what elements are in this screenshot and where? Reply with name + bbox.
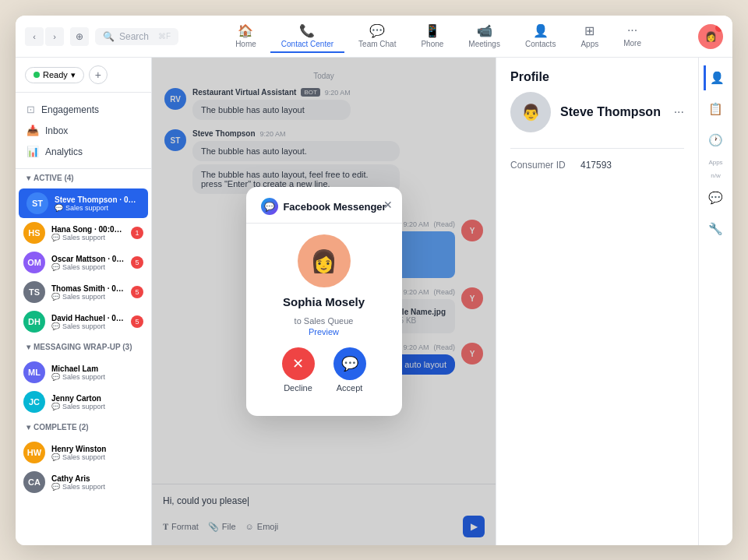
status-dot — [34, 72, 40, 78]
contact-thomas-smith[interactable]: TS Thomas Smith · 00:00:32 💬 Sales suppo… — [16, 277, 151, 307]
contact-name-oscar: Oscar Mattson · 00:00:20 — [51, 255, 125, 263]
user-avatar[interactable]: 👩 — [698, 24, 723, 49]
modal-contact-avatar: 👩 — [298, 234, 351, 287]
avatar-thomas: TS — [23, 281, 45, 303]
facebook-messenger-modal: 💬 Facebook Messenger ✕ 👩 Sophia Mosely t… — [246, 187, 402, 416]
modal-body: 👩 Sophia Mosely to Sales Queue Preview ✕… — [246, 224, 402, 400]
section-active[interactable]: ▾ ACTIVE (4) — [16, 169, 151, 187]
tab-more[interactable]: ··· More — [612, 20, 652, 52]
contact-michael-lam[interactable]: ML Michael Lam 💬 Sales support — [16, 357, 151, 387]
avatar-david: DH — [23, 311, 45, 333]
contact-oscar-mattson[interactable]: OM Oscar Mattson · 00:00:20 💬 Sales supp… — [16, 248, 151, 277]
nav-analytics[interactable]: 📊 Analytics — [16, 141, 151, 162]
contact-info-steve: Steve Thompson · 00:00:15 💬 Sales suppor… — [55, 195, 140, 212]
contact-sub-hana: 💬 Sales support — [51, 234, 125, 241]
tab-phone[interactable]: 📱 Phone — [410, 20, 454, 53]
inbox-icon: 📥 — [26, 125, 39, 136]
contact-name-steve: Steve Thompson · 00:00:15 — [55, 195, 140, 204]
right-icon-bar: 👤 📋 🕐 Apps n/w 💬 🔧 — [698, 58, 732, 545]
chat-icon-michael: 💬 — [51, 373, 60, 381]
contact-henry-winston[interactable]: HW Henry Winston 💬 Sales support — [16, 438, 151, 467]
home-icon: 🏠 — [238, 23, 253, 38]
contact-sub-thomas: 💬 Sales support — [51, 293, 125, 301]
top-bar: ‹ › ⊕ 🔍 Search ⌘F 🏠 Home 📞 Contact Cente… — [16, 16, 732, 58]
contact-hana-song[interactable]: HS Hana Song · 00:00:30 💬 Sales support … — [16, 218, 151, 248]
profile-menu-button[interactable]: ··· — [674, 105, 684, 119]
avatar-oscar: OM — [23, 252, 45, 273]
engagements-icon: ⊡ — [26, 104, 35, 115]
status-badge[interactable]: Ready ▾ — [25, 67, 84, 83]
left-sidebar: Ready ▾ + ⊡ Engagements 📥 Inbox 📊 Analyt… — [16, 58, 152, 545]
tab-team-chat[interactable]: 💬 Team Chat — [348, 20, 407, 53]
accept-label: Accept — [337, 383, 363, 393]
avatar-cathy: CA — [23, 471, 45, 493]
profile-card: 👨 Steve Thompson ··· — [496, 92, 698, 142]
analytics-icon: 📊 — [26, 146, 39, 157]
tab-contact-center-label: Contact Center — [281, 40, 333, 48]
add-button[interactable]: + — [89, 65, 108, 84]
contact-david-hachuel[interactable]: DH David Hachuel · 00:00:35 💬 Sales supp… — [16, 307, 151, 336]
sidebar-nav: ⊡ Engagements 📥 Inbox 📊 Analytics — [16, 93, 151, 169]
contact-center-icon: 📞 — [299, 23, 315, 38]
nav-engagements-label: Engagements — [41, 104, 99, 115]
section-complete-arrow: ▾ — [26, 423, 30, 431]
right-icon-chat[interactable]: 💬 — [704, 185, 729, 210]
tab-contact-center[interactable]: 📞 Contact Center — [270, 20, 344, 53]
section-wrap-up-label: MESSAGING WRAP-UP (3) — [34, 343, 132, 351]
chat-icon-oscar: 💬 — [51, 263, 60, 271]
team-chat-icon: 💬 — [369, 23, 385, 38]
search-icon: 🔍 — [103, 31, 115, 42]
contact-sub-cathy: 💬 Sales support — [51, 483, 143, 491]
decline-button[interactable]: ✕ Decline — [282, 347, 315, 393]
back-button[interactable]: ‹ — [25, 27, 44, 46]
right-icon-wrench[interactable]: 🔧 — [704, 217, 729, 241]
right-icon-clock[interactable]: 🕐 — [704, 128, 729, 153]
contact-info-michael: Michael Lam 💬 Sales support — [51, 365, 143, 381]
right-icon-notes[interactable]: 📋 — [704, 97, 729, 122]
search-bar[interactable]: 🔍 Search ⌘F — [95, 28, 178, 45]
status-label: Ready — [43, 70, 68, 79]
forward-button[interactable]: › — [45, 27, 64, 46]
nav-analytics-label: Analytics — [45, 146, 83, 157]
consumer-id-field: Consumer ID 417593 — [496, 155, 698, 175]
contact-info-oscar: Oscar Mattson · 00:00:20 💬 Sales support — [51, 255, 125, 271]
contact-name-david: David Hachuel · 00:00:35 — [51, 314, 125, 322]
avatar-jenny: JC — [23, 391, 45, 413]
contact-cathy-aris[interactable]: CA Cathy Aris 💬 Sales support — [16, 467, 151, 497]
contact-steve-thompson[interactable]: ST Steve Thompson · 00:00:15 💬 Sales sup… — [19, 188, 148, 218]
contacts-icon: 👤 — [533, 23, 549, 38]
contact-jenny-carton[interactable]: JC Jenny Carton 💬 Sales support — [16, 387, 151, 417]
profile-name: Steve Thompson — [560, 105, 661, 119]
nav-engagements[interactable]: ⊡ Engagements — [16, 99, 151, 120]
section-wrap-up[interactable]: ▾ MESSAGING WRAP-UP (3) — [16, 338, 151, 356]
chat-icon-david: 💬 — [51, 322, 60, 330]
profile-panel: Profile 👨 Steve Thompson ··· Consumer ID… — [496, 58, 698, 545]
avatar-hana: HS — [23, 222, 45, 244]
modal-close-button[interactable]: ✕ — [383, 199, 393, 211]
contact-info-cathy: Cathy Aris 💬 Sales support — [51, 474, 143, 491]
tab-apps[interactable]: ⊞ Apps — [570, 20, 609, 53]
contact-info-david: David Hachuel · 00:00:35 💬 Sales support — [51, 314, 125, 330]
consumer-id-value: 417593 — [580, 160, 612, 171]
chat-sub-icon: 💬 — [55, 204, 63, 212]
contact-info-thomas: Thomas Smith · 00:00:32 💬 Sales support — [51, 284, 125, 301]
nav-inbox[interactable]: 📥 Inbox — [16, 120, 151, 141]
contact-name-jenny: Jenny Carton — [51, 394, 143, 403]
section-complete[interactable]: ▾ COMPLETE (2) — [16, 418, 151, 436]
chat-icon-hana: 💬 — [51, 234, 60, 241]
right-icon-profile[interactable]: 👤 — [704, 65, 729, 90]
main-content: Ready ▾ + ⊡ Engagements 📥 Inbox 📊 Analyt… — [16, 58, 732, 545]
nav-arrows: ‹ › — [25, 27, 64, 46]
avatar-michael: ML — [23, 361, 45, 383]
apps-status: n/w — [711, 172, 720, 179]
tab-meetings[interactable]: 📹 Meetings — [457, 20, 511, 53]
contact-info-hana: Hana Song · 00:00:30 💬 Sales support — [51, 225, 125, 241]
meetings-icon: 📹 — [477, 23, 492, 38]
tab-home[interactable]: 🏠 Home — [224, 20, 267, 53]
modal-preview-link[interactable]: Preview — [259, 327, 390, 336]
accept-button[interactable]: 💬 Accept — [333, 347, 366, 393]
chat-area: Today RV Restaurant Virtual Assistant BO… — [152, 58, 496, 545]
badge-hana: 1 — [131, 227, 143, 239]
search-label: Search — [119, 31, 149, 42]
tab-contacts[interactable]: 👤 Contacts — [514, 20, 566, 53]
